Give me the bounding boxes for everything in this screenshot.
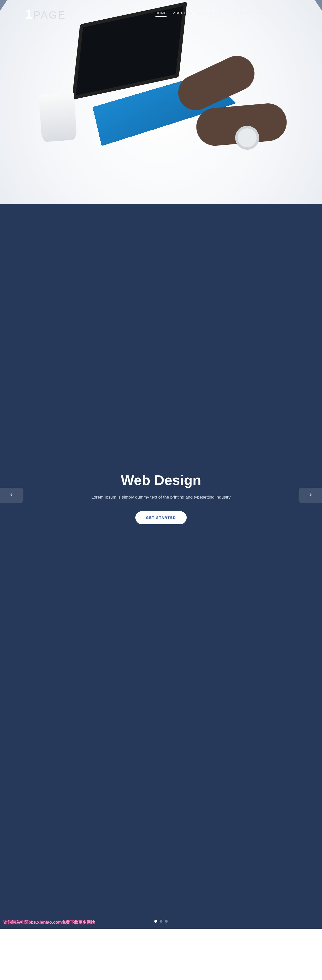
slider-dot-1[interactable] <box>154 920 157 923</box>
slider-dots <box>154 920 168 923</box>
nav-item-contact[interactable]: CONTACT US <box>273 11 297 17</box>
hero-cup <box>39 92 77 142</box>
logo-word: PAGE <box>33 10 66 21</box>
slider-next-button[interactable] <box>299 488 322 503</box>
nav-item-services[interactable]: OUR SERVICES <box>199 11 228 17</box>
logo-mark: 1 <box>25 8 33 21</box>
logo[interactable]: 1 PAGE <box>25 8 66 21</box>
slider-title: Web Design <box>121 472 201 488</box>
slider-content: Web Design Lorem Ipsum is simply dummy t… <box>0 472 322 524</box>
slider-prev-button[interactable] <box>0 488 23 503</box>
slider-section: Web Design Lorem Ipsum is simply dummy t… <box>0 204 322 929</box>
top-nav: 1 PAGE HOME ABOUT US OUR SERVICES OUR PO… <box>0 0 322 21</box>
slider-dot-3[interactable] <box>165 920 168 923</box>
get-started-button[interactable]: GET STARTED <box>135 511 187 524</box>
nav-item-home[interactable]: HOME <box>155 11 167 17</box>
slider-subtitle: Lorem Ipsum is simply dummy text of the … <box>91 494 231 501</box>
watermark-text: 访问闲鸟社区bbs.xieniao.com免费下载更多网站 <box>3 920 95 925</box>
chevron-left-icon <box>9 492 14 498</box>
nav-item-about[interactable]: ABOUT US <box>173 11 192 17</box>
chevron-right-icon <box>308 492 313 498</box>
nav-menu: HOME ABOUT US OUR SERVICES OUR PORTFOLIO… <box>155 11 297 17</box>
hero-watch <box>235 126 259 150</box>
hero-section: 1 PAGE HOME ABOUT US OUR SERVICES OUR PO… <box>0 0 322 204</box>
nav-item-portfolio[interactable]: OUR PORTFOLIO <box>235 11 266 17</box>
slider-dot-2[interactable] <box>160 920 162 923</box>
